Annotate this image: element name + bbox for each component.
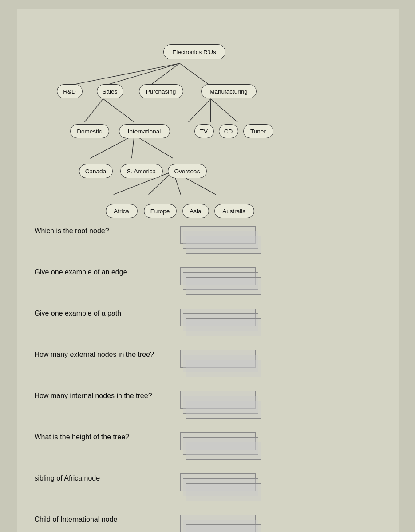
question-label-q5: How many internal nodes in the tree? [35,391,177,400]
svg-line-6 [188,99,210,122]
tree-node-manufacturing: Manufacturing [201,84,257,98]
answer-input-q4-2[interactable] [186,360,261,377]
question-label-q2: Give one example of an edge. [35,267,177,276]
svg-line-9 [90,135,134,158]
answer-stack-q8 [180,515,261,532]
svg-line-2 [149,63,179,86]
tree-node-australia: Australia [214,204,254,218]
answer-stack-q7 [180,473,261,502]
tree-node-asia: Asia [182,204,209,218]
questions-section: Which is the root node?Give one example … [35,226,381,532]
answer-stack-q5 [180,391,261,420]
svg-line-8 [210,99,237,122]
svg-line-10 [131,135,134,158]
answer-input-q2-2[interactable] [186,277,261,295]
tree-node-cd: CD [219,124,238,138]
question-label-q6: What is the height of the tree? [35,432,177,441]
tree-node-samerica: S. America [120,164,163,178]
answer-stack-q3 [180,309,261,337]
tree-node-domestic: Domestic [70,124,109,138]
question-label-q7: sibling of Africa node [35,473,177,482]
answer-input-q7-2[interactable] [186,483,261,501]
tree-diagram: Electronics R'UsR&DSalesPurchasingManufa… [35,31,381,217]
question-label-q4: How many external nodes in the tree? [35,350,177,359]
svg-line-11 [134,135,173,158]
svg-line-1 [103,63,179,86]
question-row-q8: Child of International node [35,515,381,532]
answer-input-q3-2[interactable] [186,318,261,336]
tree-node-electronics: Electronics R'Us [163,44,225,59]
tree-node-tv: TV [194,124,214,138]
svg-line-3 [179,63,210,86]
question-label-q3: Give one example of a path [35,309,177,317]
answer-input-q6-2[interactable] [186,442,261,460]
question-row-q3: Give one example of a path [35,309,381,337]
tree-node-tuner: Tuner [243,124,273,138]
question-row-q6: What is the height of the tree? [35,432,381,461]
question-label-q8: Child of International node [35,515,177,524]
svg-line-4 [84,99,103,122]
page: Electronics R'UsR&DSalesPurchasingManufa… [17,9,399,532]
question-row-q4: How many external nodes in the tree? [35,350,381,379]
question-row-q7: sibling of Africa node [35,473,381,502]
question-row-q5: How many internal nodes in the tree? [35,391,381,420]
question-row-q2: Give one example of an edge. [35,267,381,296]
question-label-q1: Which is the root node? [35,226,177,235]
tree-node-purchasing: Purchasing [139,84,183,98]
question-row-q1: Which is the root node? [35,226,381,255]
answer-input-q8-2[interactable] [186,524,261,532]
answer-input-q1-2[interactable] [186,236,261,254]
tree-node-rd: R&D [57,84,83,98]
tree-node-africa: Africa [106,204,138,218]
svg-line-5 [103,99,134,122]
answer-stack-q2 [180,267,261,296]
tree-node-canada: Canada [79,164,113,178]
tree-node-sales: Sales [97,84,123,98]
answer-stack-q1 [180,226,261,255]
answer-stack-q6 [180,432,261,461]
tree-node-europe: Europe [144,204,177,218]
svg-line-0 [66,63,179,86]
answer-stack-q4 [180,350,261,379]
tree-node-overseas: Overseas [168,164,207,178]
tree-node-international: International [119,124,170,138]
answer-input-q5-2[interactable] [186,401,261,419]
